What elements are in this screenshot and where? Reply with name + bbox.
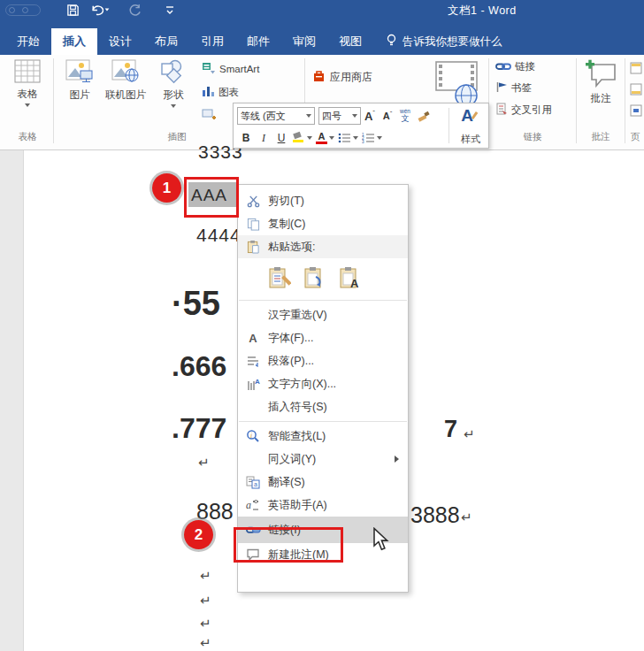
styles-icon[interactable]: A [455,106,487,129]
redo-icon[interactable] [124,2,145,18]
menu-item-cut[interactable]: 剪切(T) [238,189,408,212]
ribbon-link-button[interactable]: 链接 [495,60,535,73]
bold-button[interactable]: B [237,129,255,147]
shrink-font-button[interactable]: Aˇ [379,107,396,125]
highlight-color-icon[interactable] [290,129,314,147]
menu-item-font[interactable]: A字体(F)... [238,326,408,349]
font-color-icon[interactable]: A [314,129,336,147]
paste-merge-formatting-icon[interactable] [302,264,328,291]
app-store-button[interactable]: 应用商店 [311,69,372,86]
doc-line-4444: 4444 [196,225,242,246]
touch-mode-toggle[interactable] [5,4,41,16]
submenu-arrow-icon [395,456,399,463]
svg-text:A: A [350,277,359,289]
table-button-label: 表格 [18,88,38,101]
undo-icon[interactable] [88,2,110,18]
chart-button[interactable]: 图表 [202,85,239,99]
online-pictures-icon [111,59,140,86]
links-group-label: 链接 [492,131,573,143]
font-size-value: 四号 [322,110,349,123]
menu-item-translate[interactable]: a 翻译(S) [238,471,408,494]
tab-home[interactable]: 开始 [5,28,51,55]
store-icon [311,69,326,86]
doc-line-888-end: 3888 [410,502,460,528]
numbering-icon[interactable]: 123 [360,129,384,147]
tab-layout[interactable]: 布局 [143,28,189,55]
footer-icon[interactable] [630,83,642,99]
screenshot-button[interactable] [202,108,216,122]
copy-icon [238,218,268,231]
ribbon-link-label: 链接 [515,60,535,73]
table-button[interactable]: 表格 [7,59,48,107]
svg-text:a: a [254,481,257,487]
tell-me-box[interactable]: 告诉我你想要做什么 [386,28,502,55]
menu-item-copy[interactable]: 复制(C) [238,212,408,235]
underline-button[interactable]: U [272,129,290,147]
bookmark-button[interactable]: 书签 [495,81,532,95]
header-footer-group-label: 页 [626,131,644,143]
cross-reference-button[interactable]: 交叉引用 [495,103,552,117]
bookmark-label: 书签 [511,81,532,95]
smart-lookup-icon: i [238,429,268,443]
annotation-box-selection [184,177,239,218]
grow-font-button[interactable]: Aˆ [361,107,379,125]
picture-button[interactable]: 图片 [60,59,99,102]
format-painter-icon[interactable] [414,107,432,125]
menu-item-text-direction[interactable]: A 文字方向(X)... [238,372,408,395]
menu-item-synonyms[interactable]: 同义词(Y) [238,448,408,471]
doc-line-777-end: 7 [444,416,457,443]
online-pictures-button[interactable]: 联机图片 [101,59,150,102]
paragraph-mark: ↵ [464,426,475,442]
tab-insert[interactable]: 插入 [51,28,97,55]
menu-item-insert-symbol[interactable]: 插入符号(S) [238,395,408,418]
new-comment-button[interactable]: 批注 [580,59,621,105]
paragraph-mark: ↵ [461,509,472,525]
svg-text:3: 3 [362,140,364,143]
page-number-icon[interactable] [630,104,642,120]
shapes-icon [159,59,188,86]
paste-keep-source-icon[interactable] [266,264,293,291]
app-store-label: 应用商店 [330,70,372,85]
svg-text:A: A [255,378,260,386]
menu-item-smart-lookup[interactable]: i 智能查找(L) [238,425,408,448]
tab-references[interactable]: 引用 [189,28,235,55]
bullets-icon[interactable] [336,129,360,147]
tab-mailings[interactable]: 邮件 [235,28,281,55]
paragraph-settings-icon [238,356,268,367]
title-bar: 文档1 - Word [0,0,644,21]
styles-label: 样式 [451,133,490,146]
customize-quick-access-icon[interactable] [159,2,180,18]
save-icon[interactable] [62,2,83,18]
italic-button[interactable]: I [255,129,272,147]
font-size-combo[interactable]: 四号 [318,107,361,125]
link-icon [495,61,511,73]
paste-keep-text-only-icon[interactable]: A [337,264,364,291]
smartart-icon [202,62,216,76]
shapes-button[interactable]: 形状 [154,59,193,108]
svg-text:a: a [246,499,251,511]
smartart-button[interactable]: SmartArt [202,62,259,76]
menu-item-paste-options: 粘贴选项: [238,235,408,258]
tab-design[interactable]: 设计 [97,28,143,55]
menu-item-paragraph[interactable]: 段落(P)... [238,349,408,372]
online-pictures-button-label: 联机图片 [105,88,146,102]
phonetic-guide-button[interactable]: wén文 [396,107,414,125]
tell-me-label: 告诉我你想要做什么 [402,34,502,50]
font-dialog-icon: A [238,332,268,345]
font-name-combo[interactable]: 等线 (西文 [237,107,315,125]
text-direction-icon: A [238,378,268,391]
header-icon[interactable] [630,62,642,78]
menu-item-hanzi-reselect[interactable]: 汉字重选(V) [238,303,408,326]
tab-review[interactable]: 审阅 [281,28,327,55]
english-assistant-icon: a [238,499,268,511]
font-name-value: 等线 (西文 [241,110,303,123]
picture-button-label: 图片 [70,88,90,102]
menu-item-english-assistant[interactable]: a 英语助手(A) [238,494,408,517]
comments-group-label: 批注 [579,131,623,143]
window-title: 文档1 - Word [448,4,517,19]
paragraph-mark: ↵ [200,616,211,632]
translate-icon: a [238,476,268,489]
paste-icon [238,240,268,254]
tab-view[interactable]: 视图 [327,28,373,55]
comment-button-label: 批注 [591,92,611,105]
